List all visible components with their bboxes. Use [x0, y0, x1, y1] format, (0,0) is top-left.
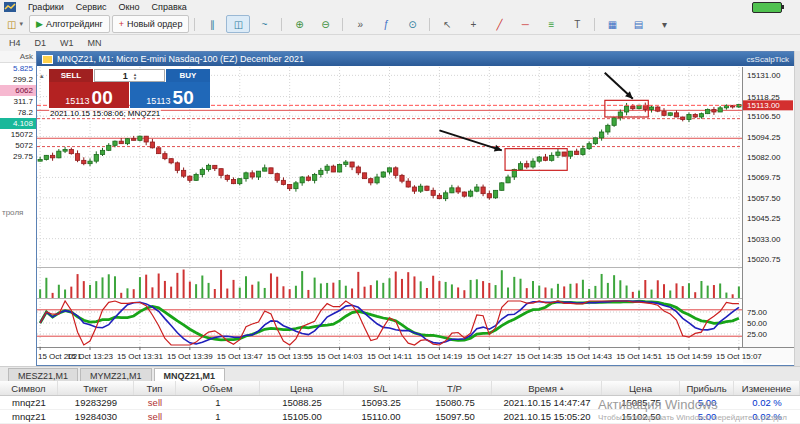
one-click-collapse[interactable]: ▴: [40, 69, 48, 82]
chart-tab[interactable]: MNQZ21,M1: [154, 368, 226, 382]
bars-chart-button[interactable]: ∥: [200, 15, 224, 33]
cell: 15110.00: [344, 411, 418, 422]
objects-list-button[interactable]: ▾: [652, 15, 676, 33]
market-watch-row[interactable]: 4.108: [0, 118, 36, 129]
objects-list-icon: ▾: [662, 19, 667, 30]
right-scrollbar[interactable]: [794, 51, 800, 366]
cell: 15080.75: [418, 397, 492, 408]
svg-text:15 Oct 13:23: 15 Oct 13:23: [67, 352, 113, 361]
cell: 1: [176, 411, 260, 422]
horizontal-line-icon: ─: [522, 19, 529, 30]
chart-tab[interactable]: MESZ21,M1: [8, 368, 78, 382]
column-header[interactable]: Объем: [176, 381, 260, 395]
cursor-button[interactable]: ↖: [435, 15, 459, 33]
timeframe-h4[interactable]: H4: [3, 36, 27, 50]
svg-text:15 Oct 13:31: 15 Oct 13:31: [117, 352, 163, 361]
column-header[interactable]: Цена: [602, 381, 680, 395]
new-chart-button[interactable]: ◫▾: [3, 15, 27, 33]
column-header[interactable]: Тикет: [58, 381, 134, 395]
sell-price[interactable]: 15113 00: [49, 82, 129, 108]
market-watch-row[interactable]: 6062: [0, 85, 36, 96]
column-header-label: Прибыль: [686, 383, 726, 394]
svg-text:15033.00: 15033.00: [747, 235, 781, 244]
column-header[interactable]: Символ: [0, 381, 58, 395]
market-watch-row[interactable]: 78.2: [0, 107, 36, 118]
sell-button[interactable]: SELL: [49, 69, 93, 82]
chart-title-bar[interactable]: MNQZ21, M1: Micro E-mini Nasdaq-100 (EZ)…: [37, 52, 794, 66]
tile-windows-button[interactable]: ▦: [600, 15, 624, 33]
text-label-button[interactable]: T: [565, 15, 589, 33]
column-header[interactable]: T/P: [418, 381, 492, 395]
fibonacci-icon: ≡: [548, 19, 554, 30]
zoom-out-button[interactable]: ⊖: [313, 15, 337, 33]
svg-text:15 Oct 14:35: 15 Oct 14:35: [516, 352, 562, 361]
indicators-icon: ƒ: [384, 19, 390, 30]
menu-item[interactable]: Справка: [152, 2, 187, 12]
market-watch-row[interactable]: 5.825: [0, 63, 36, 74]
trendline-icon: ╱: [496, 19, 502, 30]
column-header[interactable]: Изменение: [734, 381, 800, 395]
column-header[interactable]: Цена: [260, 381, 344, 395]
new-order-label: Новый ордер: [127, 19, 182, 29]
candles-chart-button[interactable]: ◫: [226, 15, 250, 33]
svg-text:15094.25: 15094.25: [747, 133, 781, 142]
line-chart-button[interactable]: ~: [252, 15, 276, 33]
trade-table-header: СимволТикетТипОбъемЦенаS/LT/PВремя▲ЦенаП…: [0, 381, 800, 396]
menu-item[interactable]: Сервис: [76, 2, 107, 12]
cell: 15088.25: [260, 397, 344, 408]
timeframe-d1[interactable]: D1: [29, 36, 53, 50]
volume-down-icon[interactable]: ▾: [134, 76, 137, 80]
volume-value: 1: [123, 71, 128, 81]
fibonacci-button[interactable]: ≡: [539, 15, 563, 33]
menu-item[interactable]: Графики: [28, 2, 64, 12]
chart-title: MNQZ21, M1: Micro E-mini Nasdaq-100 (EZ)…: [57, 54, 304, 64]
new-chart-icon: ◫: [7, 19, 16, 30]
algotrading-button[interactable]: ▶Алготрейдинг: [29, 15, 110, 33]
market-watch-row[interactable]: 29.75: [0, 151, 36, 162]
position-row[interactable]: mnqz2119283299sell115088.2515093.2515080…: [0, 396, 800, 410]
svg-text:15 Oct 14:59: 15 Oct 14:59: [666, 352, 712, 361]
market-watch-header: Ask: [0, 51, 36, 63]
chart-tab[interactable]: MYMZ21,M1: [80, 368, 152, 382]
menubar: ГрафикиСервисОкноСправка: [0, 0, 800, 14]
timeframe-w1[interactable]: W1: [54, 36, 80, 50]
column-header[interactable]: Время▲: [492, 381, 602, 395]
horizontal-line-button[interactable]: ─: [513, 15, 537, 33]
algotrading-icon: ▶: [36, 19, 43, 29]
cell: 5.00: [680, 411, 734, 422]
timeframes-button[interactable]: ⊙: [400, 15, 424, 33]
position-row[interactable]: mnqz2119284030sell115105.0015110.0015097…: [0, 410, 800, 424]
chart-window: MNQZ21, M1: Micro E-mini Nasdaq-100 (EZ)…: [36, 51, 795, 366]
text-label-icon: T: [574, 19, 580, 30]
market-watch-row[interactable]: 311.7: [0, 96, 36, 107]
crosshair-button[interactable]: +: [461, 15, 485, 33]
market-watch-row[interactable]: 299.2: [0, 74, 36, 85]
timeframe-mn[interactable]: MN: [82, 36, 108, 50]
svg-text:15113.00: 15113.00: [747, 101, 780, 110]
toolbar-separator: [594, 18, 595, 31]
app-icon: [4, 2, 16, 12]
cascade-windows-button[interactable]: ▤: [626, 15, 650, 33]
column-header-label: Цена: [290, 383, 313, 394]
market-watch-panel[interactable]: Ask 5.825299.26062311.778.24.10815072507…: [0, 51, 37, 366]
toolbar: ◫▾▶Алготрейдинг+Новый ордер∥◫~⊕⊖»ƒ⊙↖+╱─≡…: [0, 14, 800, 35]
market-watch-tab-label[interactable]: троля: [0, 208, 36, 217]
column-header[interactable]: Тип: [134, 381, 176, 395]
new-order-button[interactable]: +Новый ордер: [112, 15, 190, 33]
toolbar-separator: [429, 18, 430, 31]
auto-scroll-button[interactable]: »: [348, 15, 372, 33]
market-watch-row[interactable]: 15072: [0, 129, 36, 140]
column-header[interactable]: Прибыль: [680, 381, 734, 395]
algotrading-label: Алготрейдинг: [46, 19, 103, 29]
svg-text:15045.25: 15045.25: [747, 214, 781, 223]
indicators-button[interactable]: ƒ: [374, 15, 398, 33]
market-watch-row[interactable]: 5072: [0, 140, 36, 151]
buy-button[interactable]: BUY: [166, 69, 210, 82]
menu-item[interactable]: Окно: [119, 2, 140, 12]
trendline-button[interactable]: ╱: [487, 15, 511, 33]
zoom-in-button[interactable]: ⊕: [287, 15, 311, 33]
buy-price[interactable]: 15113 50: [130, 82, 210, 108]
column-header[interactable]: S/L: [344, 381, 418, 395]
volume-stepper[interactable]: 1 ▴ ▾: [94, 69, 165, 82]
cell: 15085.75: [602, 397, 680, 408]
